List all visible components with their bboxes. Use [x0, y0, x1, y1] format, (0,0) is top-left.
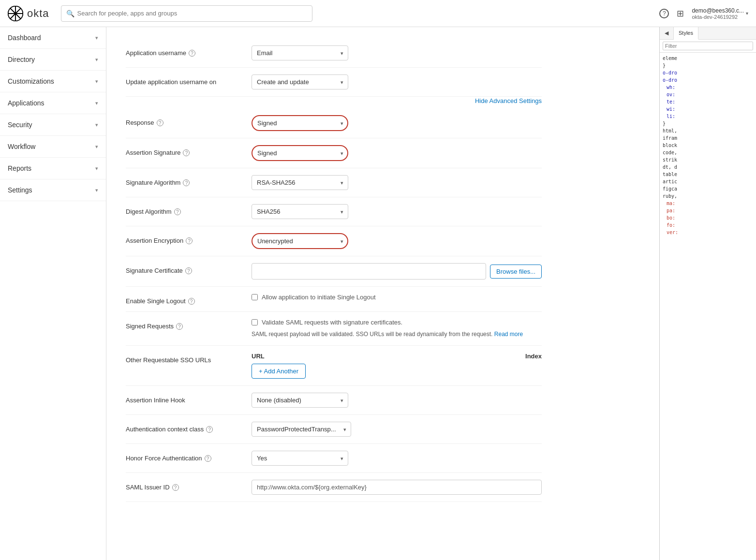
- add-another-button[interactable]: + Add Another: [252, 364, 306, 379]
- field-auth-context-class: Authentication context class ? PasswordP…: [126, 415, 542, 444]
- sidebar-item-applications[interactable]: Applications ▾: [0, 92, 106, 114]
- select-wrapper-application-username: Email Username Custom ▾: [252, 45, 348, 60]
- sidebar: Dashboard ▾ Directory ▾ Customizations ▾…: [0, 27, 106, 560]
- search-input[interactable]: [77, 10, 307, 17]
- sidebar-item-label: Customizations: [8, 77, 54, 85]
- code-line: strik: [663, 156, 753, 163]
- control-other-sso-urls: URL Index + Add Another: [252, 353, 542, 379]
- help-icon-assertion-signature[interactable]: ?: [183, 149, 190, 156]
- code-line: bo:: [663, 214, 753, 221]
- select-wrapper-response: Signed Unsigned ▾: [252, 115, 348, 131]
- select-auth-context-class[interactable]: PasswordProtectedTransp...: [252, 422, 351, 437]
- sidebar-item-dashboard[interactable]: Dashboard ▾: [0, 27, 106, 49]
- sidebar-item-directory[interactable]: Directory ▾: [0, 49, 106, 71]
- control-signature-algorithm: RSA-SHA256 RSA-SHA1 ▾: [252, 175, 542, 190]
- label-auth-context-class: Authentication context class ?: [126, 422, 252, 433]
- devtools-collapse-btn[interactable]: ◀: [660, 27, 674, 39]
- code-line: ver:: [663, 229, 753, 236]
- help-icon-signature-certificate[interactable]: ?: [185, 267, 192, 274]
- field-signed-requests: Signed Requests ? Validate SAML requests…: [126, 312, 542, 346]
- chevron-down-icon: ▾: [95, 100, 98, 106]
- sidebar-item-reports[interactable]: Reports ▾: [0, 158, 106, 179]
- code-line: artic: [663, 178, 753, 185]
- help-icon-auth-context-class[interactable]: ?: [206, 426, 213, 433]
- tab-styles[interactable]: Styles: [674, 27, 698, 40]
- field-other-sso-urls: Other Requestable SSO URLs URL Index + A…: [126, 346, 542, 386]
- help-icon-signature-algorithm[interactable]: ?: [183, 179, 190, 186]
- search-bar[interactable]: 🔍: [61, 5, 312, 22]
- checkbox-row-signed-requests: Validate SAML requests with signature ce…: [252, 319, 542, 326]
- code-line: ruby,: [663, 192, 753, 200]
- sidebar-item-label: Workflow: [8, 143, 35, 150]
- sidebar-item-label: Applications: [8, 99, 44, 107]
- field-digest-algorithm: Digest Algorithm ? SHA256 SHA1 ▾: [126, 197, 542, 226]
- content-area: Application username ? Email Username Cu…: [106, 27, 659, 560]
- chevron-down-icon: ▾: [95, 122, 98, 128]
- help-icon-enable-single-logout[interactable]: ?: [188, 298, 195, 305]
- signed-requests-note: SAML request payload will be validated. …: [252, 330, 542, 339]
- help-icon-application-username[interactable]: ?: [189, 50, 195, 57]
- help-icon-digest-algorithm[interactable]: ?: [174, 208, 181, 215]
- field-application-username: Application username ? Email Username Cu…: [126, 39, 542, 68]
- file-input-signature-certificate[interactable]: [252, 263, 486, 280]
- help-icon-response[interactable]: ?: [157, 119, 163, 126]
- select-assertion-inline-hook[interactable]: None (disabled): [252, 393, 348, 408]
- read-more-link[interactable]: Read more: [494, 331, 523, 338]
- field-signature-certificate: Signature Certificate ? Browse files...: [126, 256, 542, 287]
- sso-url-header: URL Index: [252, 353, 542, 360]
- sidebar-item-label: Dashboard: [8, 34, 41, 42]
- devtools-filter-input[interactable]: [663, 42, 753, 50]
- select-assertion-signature[interactable]: Signed Unsigned: [252, 145, 348, 161]
- label-other-sso-urls: Other Requestable SSO URLs: [126, 353, 252, 364]
- select-wrapper-assertion-encryption: Unencrypted Encrypted ▾: [252, 233, 348, 249]
- label-signature-algorithm: Signature Algorithm ?: [126, 175, 252, 186]
- sidebar-item-customizations[interactable]: Customizations ▾: [0, 71, 106, 92]
- label-assertion-inline-hook: Assertion Inline Hook: [126, 393, 252, 404]
- sidebar-item-workflow[interactable]: Workflow ▾: [0, 136, 106, 158]
- user-menu[interactable]: demo@bees360.c... okta-dev-24619292 ▾: [692, 7, 748, 20]
- select-signature-algorithm[interactable]: RSA-SHA256 RSA-SHA1: [252, 175, 348, 190]
- okta-wordmark: okta: [27, 7, 49, 20]
- sidebar-item-settings[interactable]: Settings ▾: [0, 179, 106, 201]
- select-response[interactable]: Signed Unsigned: [252, 115, 348, 131]
- code-line: ov:: [663, 91, 753, 98]
- devtools-filter-bar: [660, 40, 756, 53]
- label-saml-issuer-id: SAML Issuer ID ?: [126, 480, 252, 491]
- select-honor-force-auth[interactable]: Yes No: [252, 451, 348, 466]
- help-button[interactable]: ?: [659, 9, 669, 18]
- hide-advanced-link[interactable]: Hide Advanced Settings: [475, 97, 542, 104]
- input-saml-issuer-id[interactable]: [252, 480, 542, 495]
- user-menu-chevron: ▾: [746, 11, 748, 16]
- field-assertion-signature: Assertion Signature ? Signed Unsigned ▾: [126, 138, 542, 168]
- label-response: Response ?: [126, 115, 252, 126]
- grid-button[interactable]: ⊞: [677, 8, 684, 19]
- control-application-username: Email Username Custom ▾: [252, 45, 542, 60]
- logo[interactable]: okta: [8, 6, 49, 21]
- control-honor-force-auth: Yes No ▾: [252, 451, 542, 466]
- select-digest-algorithm[interactable]: SHA256 SHA1: [252, 204, 348, 219]
- sidebar-item-label: Settings: [8, 186, 32, 194]
- code-line: eleme: [663, 55, 753, 62]
- checkbox-single-logout[interactable]: [252, 294, 258, 300]
- select-assertion-encryption[interactable]: Unencrypted Encrypted: [252, 233, 348, 249]
- control-signature-certificate: Browse files...: [252, 263, 542, 280]
- browse-files-button[interactable]: Browse files...: [490, 265, 542, 279]
- control-auth-context-class: PasswordProtectedTransp... ▾: [252, 422, 542, 437]
- chevron-down-icon: ▾: [95, 187, 98, 193]
- select-wrapper-honor-force-auth: Yes No ▾: [252, 451, 348, 466]
- help-icon-assertion-encryption[interactable]: ?: [186, 237, 193, 244]
- select-update-username-on[interactable]: Create and update Create only: [252, 74, 348, 89]
- sidebar-item-security[interactable]: Security ▾: [0, 114, 106, 136]
- code-line: dt, d: [663, 163, 753, 171]
- select-wrapper-assertion-inline-hook: None (disabled) ▾: [252, 393, 348, 408]
- code-line: o-dro: [663, 76, 753, 84]
- chevron-down-icon: ▾: [95, 57, 98, 63]
- content-inner: Application username ? Email Username Cu…: [106, 27, 561, 514]
- help-icon-honor-force-auth[interactable]: ?: [205, 455, 211, 462]
- help-icon-saml-issuer-id[interactable]: ?: [172, 484, 179, 491]
- select-application-username[interactable]: Email Username Custom: [252, 45, 348, 60]
- control-response: Signed Unsigned ▾: [252, 115, 542, 131]
- help-icon-signed-requests[interactable]: ?: [176, 323, 183, 330]
- checkbox-signed-requests[interactable]: [252, 319, 258, 325]
- field-assertion-encryption: Assertion Encryption ? Unencrypted Encry…: [126, 226, 542, 256]
